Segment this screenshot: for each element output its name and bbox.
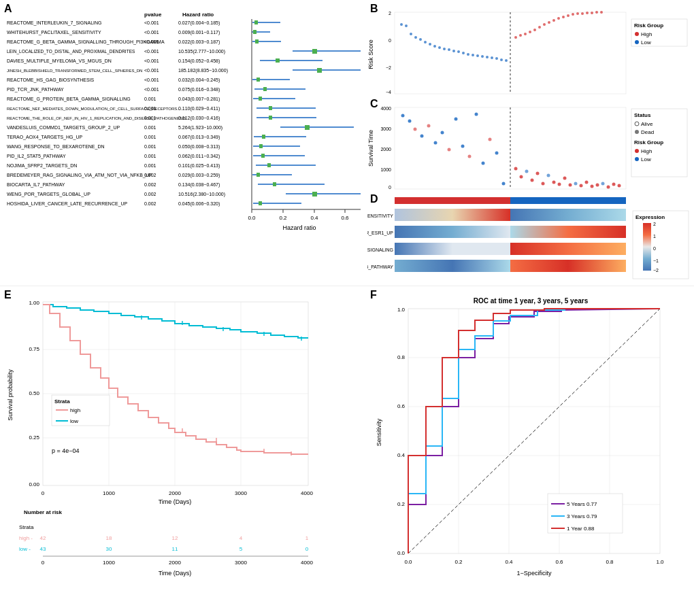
km-nar-xtick-1000: 1000 <box>103 560 115 566</box>
km-nar-high-4000: 1 <box>305 535 309 541</box>
xtick-02: 0.2 <box>279 215 287 221</box>
svg-point-24 <box>491 56 493 59</box>
svg-point-18 <box>462 52 465 54</box>
km-legend-high: high <box>70 407 80 413</box>
km-nar-low-4000: 0 <box>305 546 309 552</box>
b-legend-low-dot <box>635 40 639 44</box>
roc-xtick-02: 0.2 <box>455 559 463 565</box>
km-nar-strata-label: Strata <box>19 524 34 530</box>
hm-high-2 <box>395 226 510 238</box>
pval-6: <0.001 <box>144 68 159 73</box>
c-legend-alive: Alive <box>641 121 653 127</box>
roc-ytick-10: 1.0 <box>397 307 406 313</box>
svg-point-65 <box>520 175 523 179</box>
forest-plot-svg: pvalue Hazard ratio REACTOME_INTERLEUKIN… <box>7 7 367 282</box>
gene-18: BIOCARTA_IL7_PATHWAY <box>7 182 65 188</box>
d-legend-1: 1 <box>653 234 656 239</box>
hrtext-17: 0.029(0.003~0.259) <box>178 173 220 178</box>
gene-13: TERAO_AOX4_TARGETS_HG_UP <box>7 135 82 140</box>
svg-point-64 <box>514 167 518 171</box>
svg-point-7 <box>410 33 412 35</box>
hrtext-4: 10.535(2.777~10.000) <box>178 49 225 54</box>
hrtext-16: 0.101(0.025~0.413) <box>178 163 220 169</box>
svg-point-46 <box>600 11 603 14</box>
svg-point-76 <box>580 184 583 188</box>
svg-point-71 <box>552 181 556 184</box>
heatmap-row-1: WHITEHURST_PACLITAXEL_SENSITIVITY <box>367 209 626 221</box>
hrtext-11: 0.112(0.030~0.416) <box>178 116 220 121</box>
svg-point-42 <box>581 12 584 15</box>
km-pvalue: p = 4e−04 <box>52 447 80 454</box>
km-xtick-1000: 1000 <box>103 490 115 496</box>
b-legend-title: Risk Group <box>634 22 663 29</box>
svg-point-74 <box>569 184 572 187</box>
hrtext-12: 5.264(1.923~10.000) <box>178 125 222 131</box>
b-ytick-m4: −4 <box>386 90 391 95</box>
c-ytick-2000: 2000 <box>380 147 391 152</box>
point-16 <box>267 163 271 167</box>
svg-point-53 <box>434 141 437 145</box>
b-legend-high-dot <box>635 32 639 36</box>
b-legend-low: Low <box>641 39 651 46</box>
svg-point-83 <box>618 184 621 188</box>
svg-point-81 <box>607 186 610 189</box>
d-legend-2: 2 <box>653 222 656 226</box>
pval-9: 0.001 <box>144 97 156 101</box>
svg-point-67 <box>531 179 534 182</box>
km-legend-title: Strata <box>54 398 70 405</box>
km-ytick-000: 0.00 <box>29 481 39 487</box>
roc-ytick-04: 0.4 <box>397 452 406 458</box>
gene-19: WENG_POR_TARGETS_GLOBAL_UP <box>7 192 90 197</box>
km-xtick-2000: 2000 <box>169 490 181 496</box>
c-legend-alive-dot <box>635 122 639 126</box>
svg-point-73 <box>563 177 567 180</box>
panel-f: F ROC at time 1 year, 3 years, 5 years <box>367 286 694 616</box>
hrtext-7: 0.032(0.004~0.245) <box>178 78 220 83</box>
svg-point-68 <box>536 172 540 175</box>
svg-point-82 <box>612 183 616 186</box>
km-nar-high-2000: 12 <box>172 535 178 541</box>
svg-point-60 <box>482 162 485 165</box>
roc-ytick-0: 0.0 <box>397 550 406 556</box>
gene-12: VANDESLUIS_COMMD1_TARGETS_GROUP_2_UP <box>7 125 120 131</box>
gene-2: WHITEHURST_PACLITAXEL_SENSITIVITY <box>7 30 101 35</box>
pval-10: 0.001 <box>144 106 156 111</box>
b-ytick-m2: −2 <box>386 65 391 70</box>
km-xtick-0: 0 <box>42 490 45 496</box>
roc-xtick-0: 0.0 <box>404 559 412 565</box>
pval-18: 0.002 <box>144 182 156 187</box>
point-20 <box>259 201 262 205</box>
svg-point-54 <box>441 131 444 135</box>
b-legend-high: High <box>641 31 652 37</box>
roc-legend-5y: 5 Years 0.77 <box>567 501 597 507</box>
gene-3: REACTOME_G_BETA_GAMMA_SIGNALLING_THROUGH… <box>7 39 165 45</box>
svg-point-14 <box>443 48 446 50</box>
km-nar-title: Number at risk <box>24 509 63 515</box>
point-13 <box>262 135 265 139</box>
svg-point-22 <box>481 55 484 58</box>
point-8 <box>263 87 267 91</box>
xtick-06: 0.6 <box>341 215 349 221</box>
svg-point-9 <box>419 38 422 41</box>
gene-5: DAVIES_MULTIPLE_MYELOMA_VS_MGUS_DN <box>7 58 112 64</box>
km-nar-high-label: high - <box>19 535 33 541</box>
roc-xtick-06: 0.6 <box>555 559 563 565</box>
panel-a: A pvalue Hazard ratio REACTOME_INTERLEUK… <box>0 0 367 286</box>
svg-point-19 <box>467 53 469 56</box>
km-nar-xtick-0: 0 <box>42 560 45 566</box>
pval-8: <0.001 <box>144 87 159 92</box>
svg-point-62 <box>495 152 499 155</box>
panel-b-ylabel: Risk Score <box>367 39 374 69</box>
km-svg: Survival probability 1.00 0.75 0.50 0.25… <box>5 290 352 616</box>
km-xtick-4000: 4000 <box>301 490 313 496</box>
km-nar-high-0: 42 <box>40 535 46 541</box>
hrtext-5: 0.154(0.052~0.458) <box>178 58 220 64</box>
svg-point-70 <box>547 174 550 177</box>
pval-2: <0.001 <box>144 30 159 35</box>
heatmap-row-3: REACTOME_INTERLEUKIN_7_SIGNALING <box>367 243 626 255</box>
svg-point-72 <box>558 183 561 186</box>
km-nar-high-3000: 4 <box>239 535 243 541</box>
km-nar-low-0: 43 <box>40 546 46 552</box>
gene-4: LEIN_LOCALIZED_TO_DISTAL_AND_PROXIMAL_DE… <box>7 49 135 54</box>
c-legend-rg-low: Low <box>641 156 651 162</box>
